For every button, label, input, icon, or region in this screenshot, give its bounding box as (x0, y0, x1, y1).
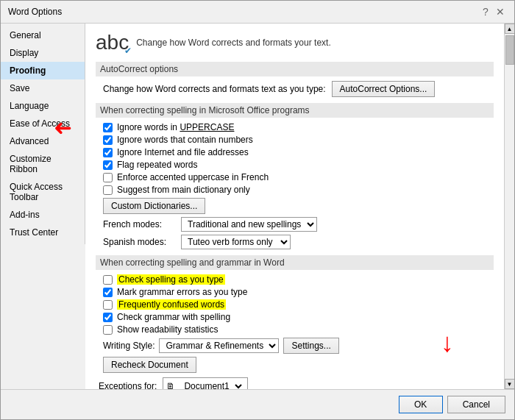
checkbox-row-flag-repeated: Flag repeated words (103, 160, 494, 170)
exceptions-row: Exceptions for: 🗎 Document1 (99, 377, 494, 389)
cancel-button[interactable]: Cancel (447, 396, 505, 413)
french-modes-label: French modes: (103, 219, 177, 229)
dialog-footer: OK Cancel (1, 389, 514, 419)
recheck-document-button[interactable]: Recheck Document (103, 357, 196, 373)
checkbox-label-ignore-uppercase: Ignore words in UPPERCASE (117, 122, 234, 132)
writing-style-row: Writing Style: Grammar & Refinements Gra… (103, 338, 494, 354)
spanish-modes-select[interactable]: Tuteo verb forms only Voseo verb forms o… (181, 235, 291, 249)
sidebar-item-quick-access[interactable]: Quick Access Toolbar (1, 178, 85, 206)
checkbox-check-grammar-spelling[interactable] (103, 313, 113, 322)
checkbox-label-frequently-confused: Frequently confused words (117, 299, 226, 310)
checkbox-row-mark-grammar: Mark grammar errors as you type (103, 287, 494, 297)
sidebar-item-proofing[interactable]: Proofing (1, 62, 85, 79)
custom-dictionaries-button[interactable]: Custom Dictionaries... (103, 198, 205, 214)
checkbox-mark-grammar[interactable] (103, 288, 113, 297)
checkbox-label-mark-grammar: Mark grammar errors as you type (117, 287, 247, 297)
sidebar-item-general[interactable]: General (1, 26, 85, 44)
checkbox-suggest-main[interactable] (103, 185, 113, 195)
checkbox-row-check-spelling: Check spelling as you type (103, 274, 494, 285)
checkbox-label-check-spelling: Check spelling as you type (117, 274, 225, 285)
scrollbar-thumb[interactable] (505, 35, 514, 65)
checkbox-label-enforce-french: Enforce accented uppercase in French (117, 172, 269, 182)
word-spelling-section-header: When correcting spelling and grammar in … (96, 255, 494, 270)
abc-checkmark-icon: ✔ (124, 46, 132, 56)
uppercase-underline: UPPERCASE (180, 122, 234, 132)
autocorrect-row: Change how Word corrects and formats tex… (103, 81, 494, 97)
ms-spelling-section-header: When correcting spelling in Microsoft Of… (96, 103, 494, 118)
content-header: abc ✔ Change how Word corrects and forma… (96, 31, 494, 54)
scrollbar: ▲ ▼ (504, 24, 514, 389)
main-content: abc ✔ Change how Word corrects and forma… (85, 24, 504, 389)
checkbox-show-readability[interactable] (103, 325, 113, 335)
help-button[interactable]: ? (479, 5, 492, 18)
checkbox-label-show-readability: Show readability statistics (117, 324, 218, 335)
sidebar-item-advanced[interactable]: Advanced (1, 132, 85, 150)
checkbox-row-frequently-confused: Frequently confused words (103, 299, 494, 310)
checkbox-label-ignore-internet: Ignore Internet and file addresses (117, 147, 249, 157)
sidebar-item-customize-ribbon[interactable]: Customize Ribbon (1, 150, 85, 178)
sidebar-item-trust-center[interactable]: Trust Center (1, 224, 85, 241)
checkbox-label-suggest-main: Suggest from main dictionary only (117, 185, 250, 195)
dialog-body: GeneralDisplayProofingSaveLanguageEase o… (1, 24, 514, 389)
scroll-up-button[interactable]: ▲ (505, 24, 515, 34)
checkbox-row-ignore-numbers: Ignore words that contain numbers (103, 135, 494, 145)
checkbox-row-suggest-main: Suggest from main dictionary only (103, 185, 494, 195)
scroll-down-button[interactable]: ▼ (505, 379, 515, 389)
writing-style-select[interactable]: Grammar & Refinements Grammar Only (159, 338, 279, 353)
dialog-title: Word Options (8, 7, 62, 17)
checkbox-frequently-confused[interactable] (103, 300, 113, 310)
french-modes-row: French modes: Traditional and new spelli… (103, 217, 494, 232)
sidebar-item-add-ins[interactable]: Add-ins (1, 206, 85, 224)
title-bar-controls: ? ✕ (479, 5, 507, 18)
checkbox-label-check-grammar-spelling: Check grammar with spelling (117, 312, 230, 322)
sidebar-item-save[interactable]: Save (1, 79, 85, 97)
checkbox-row-ignore-uppercase: Ignore words in UPPERCASE (103, 122, 494, 132)
checkbox-row-ignore-internet: Ignore Internet and file addresses (103, 147, 494, 157)
checkbox-check-spelling[interactable] (103, 275, 113, 285)
doc-icon: 🗎 (166, 381, 175, 389)
spanish-modes-label: Spanish modes: (103, 237, 177, 247)
spanish-modes-row: Spanish modes: Tuteo verb forms only Vos… (103, 235, 494, 249)
title-bar: Word Options ? ✕ (1, 1, 514, 24)
checkbox-row-check-grammar-spelling: Check grammar with spelling (103, 312, 494, 322)
sidebar-item-display[interactable]: Display (1, 44, 85, 62)
header-description: Change how Word corrects and formats you… (136, 38, 331, 48)
abc-icon: abc ✔ (96, 31, 129, 54)
exceptions-doc-select[interactable]: 🗎 Document1 (163, 377, 248, 389)
checkbox-label-ignore-numbers: Ignore words that contain numbers (117, 135, 253, 145)
checkbox-flag-repeated[interactable] (103, 160, 113, 170)
settings-button[interactable]: Settings... (283, 338, 338, 354)
ok-button[interactable]: OK (399, 396, 443, 413)
autocorrect-options-button[interactable]: AutoCorrect Options... (332, 81, 436, 97)
checkbox-label-flag-repeated: Flag repeated words (117, 160, 197, 170)
sidebar-item-language[interactable]: Language (1, 97, 85, 115)
checkbox-ignore-numbers[interactable] (103, 135, 113, 145)
autocorrect-desc: Change how Word corrects and formats tex… (103, 84, 326, 94)
sidebar: GeneralDisplayProofingSaveLanguageEase o… (1, 24, 85, 244)
checkbox-row-show-readability: Show readability statistics (103, 324, 494, 335)
checkbox-ignore-uppercase[interactable] (103, 123, 113, 132)
exceptions-document-select[interactable]: Document1 (178, 379, 244, 389)
close-button[interactable]: ✕ (494, 5, 507, 18)
exceptions-label: Exceptions for: (99, 381, 157, 389)
checkbox-enforce-french[interactable] (103, 173, 113, 182)
word-options-dialog: Word Options ? ✕ GeneralDisplayProofingS… (0, 0, 515, 420)
french-modes-select[interactable]: Traditional and new spellings Traditiona… (181, 217, 317, 232)
checkbox-ignore-internet[interactable] (103, 148, 113, 157)
writing-style-label: Writing Style: (103, 341, 154, 351)
autocorrect-section-header: AutoCorrect options (96, 62, 494, 76)
sidebar-item-ease-of-access[interactable]: Ease of Access (1, 115, 85, 132)
checkbox-row-enforce-french: Enforce accented uppercase in French (103, 172, 494, 182)
